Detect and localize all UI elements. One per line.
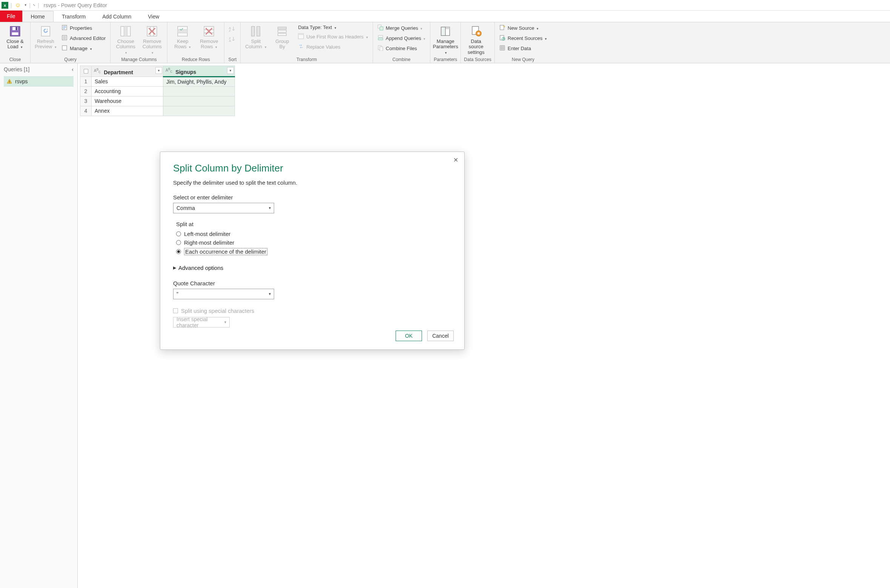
cell[interactable]: Accounting [92, 86, 163, 96]
keep-rows-label: Keep Rows [174, 39, 191, 50]
first-row-headers-button[interactable]: Use First Row as Headers [296, 32, 369, 41]
close-load-button[interactable]: Close & Load [3, 24, 27, 51]
choose-columns-icon [119, 24, 132, 38]
cell[interactable] [163, 96, 235, 106]
data-source-settings-button[interactable]: Data source settings [464, 24, 488, 56]
delimiter-value: Comma [176, 205, 195, 211]
quote-char-combo[interactable]: " ▼ [173, 289, 274, 299]
svg-rect-4 [41, 26, 50, 36]
qat-customize-icon[interactable]: ⤡ [33, 3, 35, 7]
column-header-signups[interactable]: ABC Signups ▼ [163, 66, 235, 77]
tab-add-column[interactable]: Add Column [94, 11, 140, 22]
enter-data-button[interactable]: Enter Data [498, 44, 548, 53]
properties-button[interactable]: Properties [60, 24, 107, 32]
svg-rect-3 [15, 27, 17, 31]
smiley-icon: ☺ [15, 2, 21, 9]
combine-files-label: Combine Files [386, 46, 417, 51]
recent-sources-button[interactable]: Recent Sources [498, 34, 548, 43]
refresh-preview-button[interactable]: Refresh Preview [34, 24, 58, 51]
headers-icon [298, 33, 304, 40]
recent-sources-label: Recent Sources [508, 35, 543, 41]
cell[interactable] [163, 106, 235, 116]
radio-rightmost[interactable]: Right-most delimiter [173, 238, 451, 247]
table-row[interactable]: 1SalesJim, Dwight, Phyllis, Andy [80, 77, 235, 86]
merge-queries-button[interactable]: Merge Queries [376, 24, 427, 32]
group-combine: Merge Queries Append Queries Combine Fil… [373, 22, 431, 63]
query-item-rsvps[interactable]: rsvps [4, 76, 74, 87]
special-chars-label: Split using special characters [181, 308, 254, 314]
column-filter-icon[interactable]: ▼ [155, 67, 162, 74]
cell[interactable]: Jim, Dwight, Phyllis, Andy [163, 77, 235, 86]
split-column-label: Split Column [245, 39, 266, 50]
tab-file[interactable]: File [0, 11, 22, 22]
table-row[interactable]: 4Annex [80, 106, 235, 116]
svg-rect-20 [278, 27, 287, 29]
remove-columns-button[interactable]: Remove Columns [140, 24, 164, 56]
tab-view[interactable]: View [140, 11, 167, 22]
new-source-button[interactable]: New Source [498, 24, 548, 32]
cell[interactable]: Warehouse [92, 96, 163, 106]
group-data-sources: Data source settings Data Sources [461, 22, 495, 63]
advanced-editor-button[interactable]: Advanced Editor [60, 34, 107, 43]
manage-parameters-button[interactable]: Manage Parameters [433, 24, 457, 56]
table-row[interactable]: 3Warehouse [80, 96, 235, 106]
group-sort-label: Sort [227, 56, 237, 62]
svg-rect-26 [380, 27, 383, 30]
remove-columns-label: Remove Columns [141, 39, 163, 55]
radio-leftmost[interactable]: Left-most delimiter [173, 230, 451, 238]
group-by-label: Group By [275, 39, 289, 50]
column-header-department[interactable]: ABC Department ▼ [92, 66, 163, 77]
type-text-icon: ABC [166, 68, 172, 72]
data-type-label: Data Type: Text [298, 24, 332, 30]
cell[interactable]: Sales [92, 77, 163, 86]
excel-icon: x [2, 2, 8, 9]
data-type-button[interactable]: Data Type: Text [296, 24, 369, 31]
remove-rows-button[interactable]: Remove Rows [197, 24, 221, 51]
properties-label: Properties [70, 25, 92, 31]
column-filter-icon[interactable]: ▼ [227, 67, 234, 74]
combine-files-button[interactable]: Combine Files [376, 44, 427, 53]
special-chars-checkbox[interactable]: Split using special characters [173, 308, 451, 314]
group-close-label: Close [3, 56, 27, 62]
append-queries-button[interactable]: Append Queries [376, 34, 427, 43]
append-label: Append Queries [386, 35, 421, 41]
cell[interactable] [163, 86, 235, 96]
replace-values-button[interactable]: Replace Values [296, 43, 369, 51]
col1-label: Department [104, 69, 133, 75]
tab-transform[interactable]: Transform [54, 11, 94, 22]
append-icon [377, 35, 384, 42]
sort-desc-button[interactable]: ZA [227, 35, 237, 44]
ribbon-tabs: File Home Transform Add Column View [0, 11, 890, 22]
group-by-button[interactable]: Group By [270, 24, 294, 51]
close-dialog-button[interactable]: ✕ [451, 155, 460, 165]
enter-data-icon [499, 45, 505, 52]
radio-each-occurrence[interactable]: Each occurrence of the delimiter [173, 247, 451, 256]
manage-button[interactable]: Manage [60, 44, 107, 53]
keep-rows-button[interactable]: Keep Rows [170, 24, 195, 51]
ok-button[interactable]: OK [396, 331, 422, 341]
advanced-options-expander[interactable]: ▶ Advanced options [173, 265, 451, 271]
group-reduce-rows: Keep Rows Remove Rows Reduce Rows [167, 22, 224, 63]
sort-asc-button[interactable]: AZ [227, 25, 237, 34]
splitat-label: Split at [176, 221, 451, 227]
radio-leftmost-label: Left-most delimiter [184, 231, 230, 237]
split-column-button[interactable]: Split Column [244, 24, 268, 51]
select-all-corner[interactable] [80, 66, 92, 77]
qat-smiley[interactable]: ☺ [14, 2, 22, 9]
cell[interactable]: Annex [92, 106, 163, 116]
svg-rect-42 [9, 83, 9, 83]
first-row-label: Use First Row as Headers [306, 34, 364, 40]
choose-columns-button[interactable]: Choose Columns [114, 24, 138, 56]
delimiter-combo[interactable]: Comma ▼ [173, 203, 274, 213]
table-row[interactable]: 2Accounting [80, 86, 235, 96]
tab-home[interactable]: Home [22, 11, 54, 22]
split-column-icon [249, 24, 262, 38]
svg-rect-30 [380, 47, 383, 51]
svg-rect-1 [12, 32, 18, 35]
cancel-button[interactable]: Cancel [427, 331, 454, 341]
qat-dropdown-icon[interactable]: ▼ [24, 3, 27, 7]
split-column-dialog: ✕ Split Column by Delimiter Specify the … [160, 152, 465, 350]
svg-rect-9 [124, 26, 127, 36]
collapse-sidebar-icon[interactable]: ‹ [72, 66, 74, 72]
svg-rect-41 [9, 81, 9, 82]
